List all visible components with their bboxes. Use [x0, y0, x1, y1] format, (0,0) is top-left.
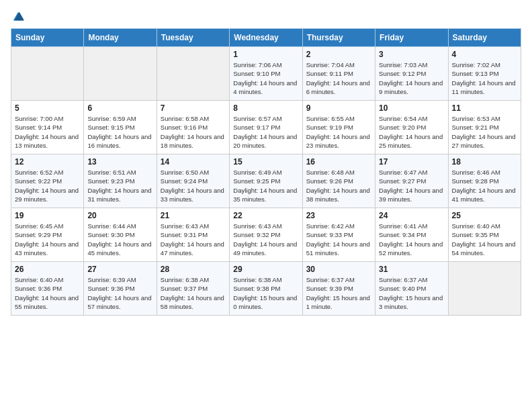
calendar-cell: 10Sunrise: 6:54 AM Sunset: 9:20 PM Dayli… [375, 101, 448, 154]
calendar-cell: 1Sunrise: 7:06 AM Sunset: 9:10 PM Daylig… [230, 47, 302, 101]
calendar-cell: 15Sunrise: 6:49 AM Sunset: 9:25 PM Dayli… [230, 154, 302, 208]
day-info: Sunrise: 6:40 AM Sunset: 9:35 PM Dayligh… [452, 222, 517, 257]
calendar-cell: 18Sunrise: 6:46 AM Sunset: 9:28 PM Dayli… [448, 154, 521, 208]
day-of-week-header: Sunday [11, 29, 84, 47]
day-number: 1 [233, 50, 298, 59]
day-info: Sunrise: 6:53 AM Sunset: 9:21 PM Dayligh… [452, 114, 517, 150]
day-info: Sunrise: 6:48 AM Sunset: 9:26 PM Dayligh… [306, 168, 371, 203]
day-number: 8 [233, 103, 298, 113]
day-of-week-header: Saturday [448, 29, 521, 47]
day-info: Sunrise: 6:46 AM Sunset: 9:28 PM Dayligh… [452, 168, 517, 203]
calendar-cell [157, 47, 229, 101]
day-number: 17 [379, 157, 444, 167]
day-of-week-header: Tuesday [157, 29, 229, 47]
calendar-week-row: 26Sunrise: 6:40 AM Sunset: 9:36 PM Dayli… [11, 262, 521, 316]
day-info: Sunrise: 6:59 AM Sunset: 9:15 PM Dayligh… [87, 114, 152, 150]
day-number: 9 [306, 103, 371, 113]
day-number: 25 [452, 211, 517, 220]
day-number: 13 [87, 157, 152, 167]
day-number: 3 [379, 50, 444, 59]
day-info: Sunrise: 6:40 AM Sunset: 9:36 PM Dayligh… [15, 275, 80, 311]
calendar-week-row: 5Sunrise: 7:00 AM Sunset: 9:14 PM Daylig… [11, 101, 521, 154]
calendar-cell: 23Sunrise: 6:42 AM Sunset: 9:33 PM Dayli… [302, 208, 375, 262]
day-number: 23 [306, 211, 371, 220]
calendar-week-row: 19Sunrise: 6:45 AM Sunset: 9:29 PM Dayli… [11, 208, 521, 262]
calendar-cell: 31Sunrise: 6:37 AM Sunset: 9:40 PM Dayli… [375, 262, 448, 316]
day-info: Sunrise: 6:42 AM Sunset: 9:33 PM Dayligh… [306, 222, 371, 257]
page-header [11, 11, 521, 23]
day-number: 15 [233, 157, 298, 167]
calendar-cell: 14Sunrise: 6:50 AM Sunset: 9:24 PM Dayli… [157, 154, 229, 208]
day-number: 19 [15, 211, 80, 220]
calendar-cell: 5Sunrise: 7:00 AM Sunset: 9:14 PM Daylig… [11, 101, 84, 154]
day-info: Sunrise: 6:47 AM Sunset: 9:27 PM Dayligh… [379, 168, 444, 203]
day-number: 7 [161, 103, 226, 113]
calendar-cell [84, 47, 157, 101]
day-number: 4 [452, 50, 517, 59]
day-number: 2 [306, 50, 371, 59]
calendar-cell: 13Sunrise: 6:51 AM Sunset: 9:23 PM Dayli… [84, 154, 157, 208]
day-info: Sunrise: 6:45 AM Sunset: 9:29 PM Dayligh… [15, 222, 80, 257]
day-number: 20 [87, 211, 152, 220]
calendar-cell: 25Sunrise: 6:40 AM Sunset: 9:35 PM Dayli… [448, 208, 521, 262]
calendar-cell: 24Sunrise: 6:41 AM Sunset: 9:34 PM Dayli… [375, 208, 448, 262]
calendar-cell: 30Sunrise: 6:37 AM Sunset: 9:39 PM Dayli… [302, 262, 375, 316]
calendar-cell: 29Sunrise: 6:38 AM Sunset: 9:38 PM Dayli… [230, 262, 302, 316]
calendar-cell: 28Sunrise: 6:38 AM Sunset: 9:37 PM Dayli… [157, 262, 229, 316]
day-number: 31 [379, 265, 444, 274]
calendar-cell: 21Sunrise: 6:43 AM Sunset: 9:31 PM Dayli… [157, 208, 229, 262]
day-number: 26 [15, 265, 80, 274]
day-of-week-header: Monday [84, 29, 157, 47]
day-info: Sunrise: 6:52 AM Sunset: 9:22 PM Dayligh… [15, 168, 80, 203]
day-info: Sunrise: 6:49 AM Sunset: 9:25 PM Dayligh… [233, 168, 298, 203]
logo-icon [12, 11, 24, 23]
calendar-cell [11, 47, 84, 101]
day-number: 24 [379, 211, 444, 220]
day-of-week-header: Friday [375, 29, 448, 47]
calendar-cell: 20Sunrise: 6:44 AM Sunset: 9:30 PM Dayli… [84, 208, 157, 262]
day-number: 28 [161, 265, 226, 274]
calendar-cell: 16Sunrise: 6:48 AM Sunset: 9:26 PM Dayli… [302, 154, 375, 208]
day-number: 16 [306, 157, 371, 167]
day-of-week-header: Thursday [302, 29, 375, 47]
day-info: Sunrise: 7:03 AM Sunset: 9:12 PM Dayligh… [379, 60, 444, 96]
day-number: 12 [15, 157, 80, 167]
calendar-cell: 6Sunrise: 6:59 AM Sunset: 9:15 PM Daylig… [84, 101, 157, 154]
calendar-cell: 19Sunrise: 6:45 AM Sunset: 9:29 PM Dayli… [11, 208, 84, 262]
day-info: Sunrise: 6:57 AM Sunset: 9:17 PM Dayligh… [233, 114, 298, 150]
day-info: Sunrise: 6:38 AM Sunset: 9:38 PM Dayligh… [233, 275, 298, 311]
calendar-cell: 27Sunrise: 6:39 AM Sunset: 9:36 PM Dayli… [84, 262, 157, 316]
day-info: Sunrise: 6:44 AM Sunset: 9:30 PM Dayligh… [87, 222, 152, 257]
day-number: 21 [161, 211, 226, 220]
calendar-cell: 26Sunrise: 6:40 AM Sunset: 9:36 PM Dayli… [11, 262, 84, 316]
day-number: 27 [87, 265, 152, 274]
logo [11, 11, 24, 23]
calendar-cell: 8Sunrise: 6:57 AM Sunset: 9:17 PM Daylig… [230, 101, 302, 154]
calendar-cell: 11Sunrise: 6:53 AM Sunset: 9:21 PM Dayli… [448, 101, 521, 154]
day-info: Sunrise: 6:58 AM Sunset: 9:16 PM Dayligh… [161, 114, 226, 150]
calendar-table: SundayMondayTuesdayWednesdayThursdayFrid… [11, 28, 521, 316]
day-info: Sunrise: 6:55 AM Sunset: 9:19 PM Dayligh… [306, 114, 371, 150]
day-info: Sunrise: 6:39 AM Sunset: 9:36 PM Dayligh… [87, 275, 152, 311]
day-number: 18 [452, 157, 517, 167]
calendar-cell: 22Sunrise: 6:43 AM Sunset: 9:32 PM Dayli… [230, 208, 302, 262]
day-number: 5 [15, 103, 80, 113]
day-info: Sunrise: 6:43 AM Sunset: 9:31 PM Dayligh… [161, 222, 226, 257]
day-number: 30 [306, 265, 371, 274]
day-number: 29 [233, 265, 298, 274]
day-info: Sunrise: 7:02 AM Sunset: 9:13 PM Dayligh… [452, 60, 517, 96]
calendar-cell: 3Sunrise: 7:03 AM Sunset: 9:12 PM Daylig… [375, 47, 448, 101]
calendar-cell: 9Sunrise: 6:55 AM Sunset: 9:19 PM Daylig… [302, 101, 375, 154]
day-info: Sunrise: 6:37 AM Sunset: 9:39 PM Dayligh… [306, 275, 371, 311]
day-number: 11 [452, 103, 517, 113]
day-info: Sunrise: 7:04 AM Sunset: 9:11 PM Dayligh… [306, 60, 371, 96]
day-number: 14 [161, 157, 226, 167]
day-number: 10 [379, 103, 444, 113]
calendar-cell: 4Sunrise: 7:02 AM Sunset: 9:13 PM Daylig… [448, 47, 521, 101]
calendar-cell: 2Sunrise: 7:04 AM Sunset: 9:11 PM Daylig… [302, 47, 375, 101]
day-number: 22 [233, 211, 298, 220]
day-info: Sunrise: 7:06 AM Sunset: 9:10 PM Dayligh… [233, 60, 298, 96]
day-number: 6 [87, 103, 152, 113]
day-info: Sunrise: 6:54 AM Sunset: 9:20 PM Dayligh… [379, 114, 444, 150]
calendar-cell [448, 262, 521, 316]
